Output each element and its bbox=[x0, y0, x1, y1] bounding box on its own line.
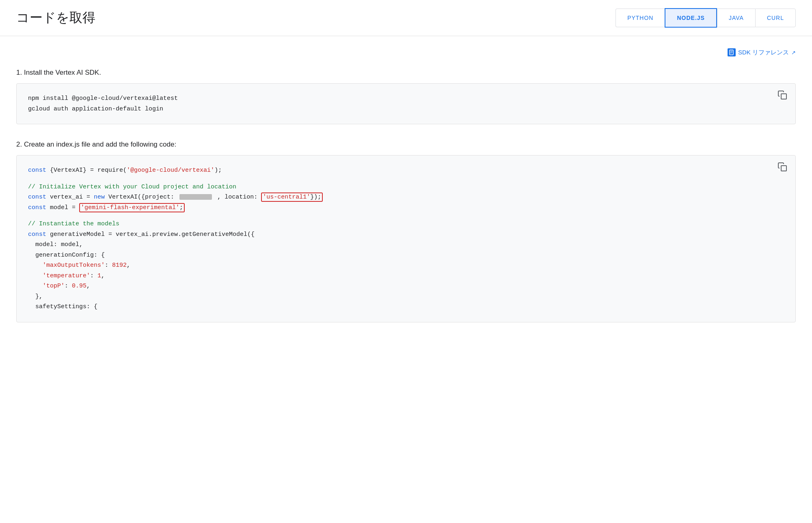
code-line-1: const {VertexAI} = require('@google-clou… bbox=[28, 165, 784, 176]
external-link-icon: ↗ bbox=[791, 50, 796, 56]
code-line-genconfig: generationConfig: { bbox=[28, 250, 784, 261]
tab-curl[interactable]: CURL bbox=[755, 9, 796, 27]
copy-icon-1[interactable] bbox=[777, 90, 787, 100]
copy-icon-2[interactable] bbox=[777, 162, 787, 172]
step-2-label: 2. Create an index.js file and add the f… bbox=[16, 140, 796, 149]
svg-rect-5 bbox=[781, 166, 786, 171]
code-line-vertexai: const vertex_ai = new VertexAI({project:… bbox=[28, 192, 784, 203]
page-title: コードを取得 bbox=[16, 9, 95, 27]
code-line-genmodel: const generativeModel = vertex_ai.previe… bbox=[28, 229, 784, 240]
highlight-location: 'us-central1'}); bbox=[261, 192, 323, 202]
code-line-topp: 'topP': 0.95, bbox=[28, 281, 784, 292]
code-line-model-prop: model: model, bbox=[28, 240, 784, 250]
sdk-ref-label: SDK リファレンス bbox=[738, 49, 789, 56]
language-tabs: PYTHON NODE.JS JAVA CURL bbox=[615, 8, 796, 28]
code-line-comment2: // Instantiate the models bbox=[28, 219, 784, 229]
code-line-temperature: 'temperature': 1, bbox=[28, 271, 784, 281]
tab-nodejs[interactable]: NODE.JS bbox=[665, 8, 717, 28]
step-1-code-block: npm install @google-cloud/vertexai@lates… bbox=[16, 83, 796, 124]
code-line-npm: npm install @google-cloud/vertexai@lates… bbox=[28, 93, 784, 104]
document-icon bbox=[728, 48, 736, 56]
step-1-label: 1. Install the Vertex AI SDK. bbox=[16, 69, 796, 77]
code-line-safety: safetySettings: { bbox=[28, 302, 784, 312]
svg-rect-4 bbox=[781, 94, 786, 99]
code-line-comment1: // Initialize Vertex with your Cloud pro… bbox=[28, 182, 784, 192]
step-2-code-block: const {VertexAI} = require('@google-clou… bbox=[16, 155, 796, 322]
main-content: SDK リファレンス ↗ 1. Install the Vertex AI SD… bbox=[0, 36, 812, 351]
sdk-reference-link[interactable]: SDK リファレンス ↗ bbox=[728, 48, 796, 56]
code-line-model: const model = 'gemini-flash-experimental… bbox=[28, 203, 784, 213]
tab-java[interactable]: JAVA bbox=[717, 9, 755, 27]
code-line-gcloud: gcloud auth application-default login bbox=[28, 104, 784, 115]
code-empty-1 bbox=[28, 176, 784, 182]
redacted-project bbox=[179, 194, 212, 200]
tab-python[interactable]: PYTHON bbox=[615, 9, 665, 27]
code-line-close-genconfig: }, bbox=[28, 292, 784, 302]
step-1: 1. Install the Vertex AI SDK. npm instal… bbox=[16, 69, 796, 124]
step-2: 2. Create an index.js file and add the f… bbox=[16, 140, 796, 322]
highlight-model: 'gemini-flash-experimental'; bbox=[79, 203, 185, 212]
code-line-maxtokens: 'maxOutputTokens': 8192, bbox=[28, 260, 784, 271]
sdk-ref-row: SDK リファレンス ↗ bbox=[16, 48, 796, 56]
page-header: コードを取得 PYTHON NODE.JS JAVA CURL bbox=[0, 0, 812, 36]
code-empty-2 bbox=[28, 213, 784, 219]
